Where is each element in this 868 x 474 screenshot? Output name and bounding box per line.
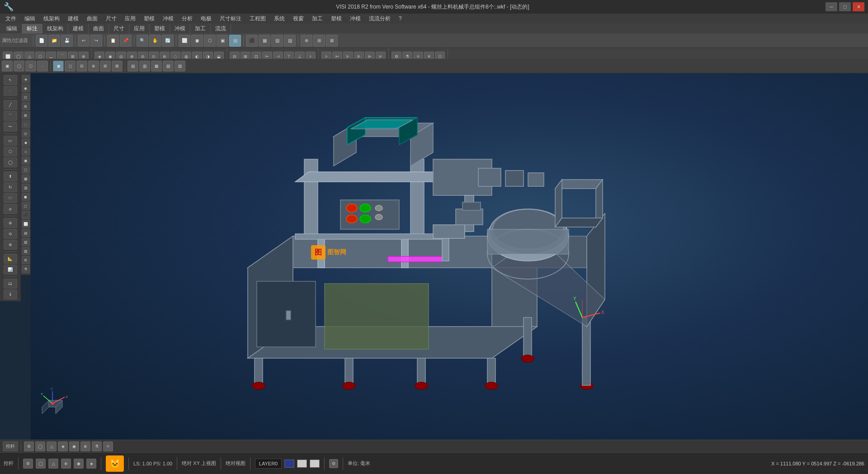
status-icon-5[interactable]: ◉	[74, 459, 84, 469]
lv-spline[interactable]: 〜	[4, 122, 17, 132]
lv2-btn11[interactable]: ▢	[22, 166, 30, 174]
lv2-btn14[interactable]: ◼	[22, 193, 30, 201]
tab-wire[interactable]: 线架构	[42, 24, 68, 33]
menu-mold2[interactable]: 塑模	[327, 14, 345, 24]
lv2-btn22[interactable]: ⚗	[22, 265, 30, 273]
lv2-btn17[interactable]: ⬜	[22, 220, 30, 228]
menu-punch2[interactable]: 冲模	[346, 14, 364, 24]
tb-btn-17[interactable]: ⊠	[326, 35, 338, 47]
viewport[interactable]: X Y 图 图智网 X Y Z	[31, 73, 868, 452]
open-btn[interactable]: 📁	[48, 35, 60, 47]
tab-machine[interactable]: 加工	[190, 24, 211, 33]
lv2-btn2[interactable]: ◉	[22, 84, 30, 92]
tab-dim[interactable]: 尺寸	[109, 24, 129, 33]
lv2-btn16[interactable]: ⬛	[22, 211, 30, 219]
lv2-btn15[interactable]: ◻	[22, 202, 30, 210]
surface-icon[interactable]: ⬡	[25, 61, 36, 71]
bt-icon-2[interactable]: ◯	[35, 441, 45, 451]
menu-help[interactable]: ?	[395, 14, 406, 23]
tb-btn-10[interactable]: ▤	[229, 35, 241, 47]
lv-revolve[interactable]: ↻	[4, 182, 17, 192]
new-btn[interactable]: 📄	[36, 35, 47, 47]
lv-analysis[interactable]: 📊	[4, 265, 17, 275]
lv2-btn4[interactable]: ⊞	[22, 102, 30, 110]
lv-select[interactable]: ↖	[4, 75, 17, 85]
menu-window[interactable]: 视窗	[289, 14, 307, 24]
menu-apply[interactable]: 应用	[121, 14, 139, 24]
lv-fillet[interactable]: ⌀	[4, 204, 17, 214]
lv-sweep[interactable]: ➿	[4, 193, 17, 203]
tab-mold[interactable]: 塑模	[150, 24, 170, 33]
lv-boolean[interactable]: ⊕	[4, 218, 17, 228]
icon-c5[interactable]: ▨	[175, 61, 185, 71]
close-button[interactable]: ✕	[853, 2, 864, 11]
menu-flow[interactable]: 流流分析	[365, 14, 394, 24]
solid-icon[interactable]: ▣	[2, 61, 13, 71]
lv2-btn21[interactable]: ⚙	[22, 256, 30, 264]
tab-surface[interactable]: 曲面	[89, 24, 109, 33]
lv-point[interactable]: ·	[4, 86, 17, 96]
status-icon-6[interactable]: ◈	[86, 459, 96, 469]
lv-intersect[interactable]: ⊗	[4, 240, 17, 250]
lv-line[interactable]: ╱	[4, 100, 17, 110]
status-btn-1[interactable]: 控杆	[3, 441, 18, 451]
tab-punch[interactable]: 冲模	[170, 24, 190, 33]
menu-system[interactable]: 系统	[270, 14, 288, 24]
icon-c3[interactable]: ▦	[151, 61, 162, 71]
tb-btn-13[interactable]: ▧	[271, 35, 283, 47]
minimize-button[interactable]: ─	[826, 2, 837, 11]
icon-c1[interactable]: ▤	[127, 61, 138, 71]
icon-c4[interactable]: ▧	[163, 61, 174, 71]
lv2-btn20[interactable]: ▨	[22, 247, 30, 255]
lv2-btn3[interactable]: ⊡	[22, 93, 30, 101]
copy-btn[interactable]: 📋	[107, 35, 119, 47]
lv-polygon[interactable]: ⬡	[4, 147, 17, 156]
bt-icon-1[interactable]: ⚙	[24, 441, 34, 451]
status-icon-2[interactable]: ◯	[36, 459, 46, 469]
menu-surface[interactable]: 曲面	[83, 14, 101, 24]
rotate-btn[interactable]: 🔄	[162, 35, 174, 47]
tb-btn-7[interactable]: ◼	[191, 35, 203, 47]
point-icon[interactable]: ·	[37, 61, 48, 71]
lv2-btn8[interactable]: ◆	[22, 138, 30, 147]
menu-file[interactable]: 文件	[2, 14, 20, 24]
zoom-btn[interactable]: 🔍	[137, 35, 148, 47]
menu-drawing[interactable]: 工程图	[246, 14, 269, 24]
tb-btn-11[interactable]: ⬛	[246, 35, 258, 47]
bt-icon-7[interactable]: ⚗	[92, 441, 102, 451]
lv-rect[interactable]: ▭	[4, 136, 17, 146]
tb-btn-8[interactable]: ⬡	[204, 35, 216, 47]
icon-c2[interactable]: ▥	[139, 61, 150, 71]
icon-b2[interactable]: ⊟	[76, 61, 87, 71]
status-icon-4[interactable]: ⊕	[61, 459, 71, 469]
lv-layer[interactable]: 🗂	[4, 279, 17, 289]
tb-btn-15[interactable]: ⊕	[301, 35, 312, 47]
lv2-btn7[interactable]: ◎	[22, 129, 30, 137]
menu-machining[interactable]: 加工	[308, 14, 326, 24]
bt-icon-5[interactable]: ◉	[69, 441, 79, 451]
menu-wireframe[interactable]: 线架构	[40, 14, 63, 24]
icon-b5[interactable]: ⊠	[112, 61, 123, 71]
status-icon-1[interactable]: ⚙	[23, 459, 33, 469]
lv-subtract[interactable]: ⊖	[4, 229, 17, 239]
undo-btn[interactable]: ↩	[78, 35, 90, 47]
active-icon[interactable]: ◼	[53, 61, 64, 71]
lv2-btn6[interactable]: ◌	[22, 120, 30, 128]
menu-electrode[interactable]: 电极	[197, 14, 215, 24]
lv2-btn9[interactable]: ◇	[22, 147, 30, 156]
menu-build[interactable]: 建模	[64, 14, 82, 24]
tab-mark[interactable]: 标注	[22, 24, 42, 33]
tab-flow[interactable]: 流流	[211, 24, 231, 33]
lv2-btn1[interactable]: ◈	[22, 75, 30, 83]
lv-arc[interactable]: ⌒	[4, 111, 17, 121]
icon-b3[interactable]: ⊕	[88, 61, 99, 71]
menu-edit[interactable]: 编辑	[21, 14, 39, 24]
menu-dimension[interactable]: 尺寸	[102, 14, 120, 24]
lv2-btn13[interactable]: ▥	[22, 184, 30, 192]
bt-icon-3[interactable]: △	[47, 441, 57, 451]
lv2-btn10[interactable]: ▣	[22, 156, 30, 165]
icon-b1[interactable]: ◻	[65, 61, 75, 71]
paste-btn[interactable]: 📌	[120, 35, 132, 47]
lv-attr[interactable]: ℹ	[4, 289, 17, 299]
save-btn[interactable]: 💾	[61, 35, 73, 47]
